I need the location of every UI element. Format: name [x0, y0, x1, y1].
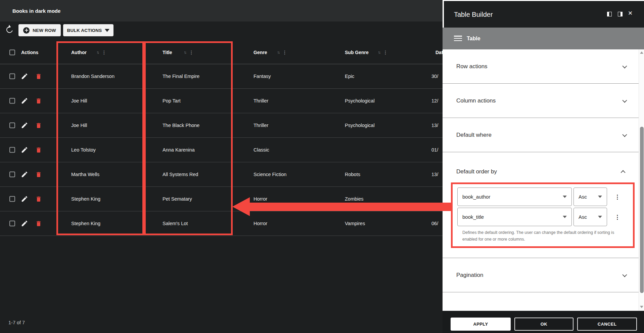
cell-date: 30/ [431, 74, 438, 79]
column-header-author: Author [71, 50, 87, 55]
panel-sections-bottom: Pagination [443, 258, 639, 292]
edit-row-button[interactable] [21, 97, 28, 105]
dock-left-icon[interactable] [607, 12, 612, 16]
kebab-menu-icon[interactable]: ⋮ [383, 50, 388, 55]
order-by-row: book_author Asc ⋮ [457, 188, 629, 206]
cell-sub-genre: Psychological [345, 123, 375, 128]
row-checkbox[interactable] [9, 196, 15, 202]
section-default-order-by[interactable]: Default order by book_author Asc ⋮ book_… [443, 152, 639, 258]
panel-content: Row actions Column actions Default where… [443, 49, 639, 311]
panel-titlebar: Table Builder ✕ [444, 1, 644, 28]
panel-section[interactable]: Column actions [443, 84, 639, 118]
pencil-icon [21, 195, 28, 203]
order-direction-select[interactable]: Asc [573, 188, 607, 206]
kebab-menu-icon[interactable]: ⋮ [189, 50, 194, 55]
panel-tab-label: Table [467, 36, 480, 42]
cell-genre: Classic [254, 147, 269, 153]
cell-genre: Horror [254, 221, 267, 226]
scroll-up-icon[interactable] [640, 51, 643, 54]
pencil-icon [21, 146, 28, 154]
order-field-value: book_title [462, 214, 484, 220]
table-row: Stephen King Pet Sematary Horror Zombies [0, 187, 443, 211]
edit-row-button[interactable] [21, 73, 28, 80]
table-row: Brandon Sanderson The Final Empire Fanta… [0, 64, 443, 89]
cell-genre: Thriller [254, 123, 268, 128]
chevron-down-icon [622, 64, 627, 68]
apply-button[interactable]: APPLY [451, 318, 511, 331]
scroll-down-icon[interactable] [640, 306, 643, 308]
cell-title: The Final Empire [163, 74, 199, 79]
edit-row-button[interactable] [21, 122, 28, 129]
delete-row-button[interactable] [35, 220, 43, 227]
select-all-checkbox[interactable] [9, 49, 15, 55]
ok-button[interactable]: OK [514, 318, 573, 331]
edit-row-button[interactable] [21, 146, 28, 154]
cell-sub-genre: Robots [345, 172, 360, 177]
bulk-actions-button[interactable]: BULK ACTIONS [63, 24, 113, 36]
order-field-select[interactable]: book_author [457, 188, 572, 206]
row-checkbox[interactable] [9, 147, 15, 153]
cell-title: Pet Sematary [163, 196, 192, 202]
delete-row-button[interactable] [35, 73, 43, 80]
kebab-menu-icon[interactable]: ⋮ [614, 193, 620, 200]
new-row-button[interactable]: NEW ROW [18, 24, 61, 36]
row-checkbox[interactable] [9, 74, 15, 79]
trash-icon [35, 97, 42, 105]
cell-author: Stephen King [71, 196, 100, 202]
cancel-button[interactable]: CANCEL [577, 318, 637, 331]
row-checkbox[interactable] [9, 172, 15, 177]
scrollbar-thumb[interactable] [640, 127, 644, 293]
delete-row-button[interactable] [35, 195, 43, 203]
sort-arrows-icon[interactable]: ↑↓ [277, 50, 279, 55]
kebab-menu-icon[interactable]: ⋮ [614, 213, 620, 220]
edit-row-button[interactable] [21, 220, 28, 227]
cell-genre: Horror [254, 196, 267, 202]
panel-section[interactable]: Pagination [443, 258, 639, 292]
column-header-date: Date [435, 50, 443, 55]
row-checkbox[interactable] [9, 98, 15, 104]
panel-section[interactable]: Row actions [443, 49, 639, 84]
cell-author: Brandon Sanderson [71, 74, 114, 79]
chevron-up-icon [621, 170, 626, 175]
sort-arrows-icon[interactable]: ↑↓ [184, 50, 186, 55]
edit-row-button[interactable] [21, 195, 28, 203]
delete-row-button[interactable] [35, 171, 43, 178]
cell-date: 01/ [431, 147, 438, 153]
trash-icon [35, 122, 42, 129]
pagination-status: 1-7 of 7 [8, 320, 25, 325]
edit-row-button[interactable] [21, 171, 28, 178]
order-direction-select[interactable]: Asc [573, 208, 607, 226]
delete-row-button[interactable] [35, 122, 43, 129]
sort-arrows-icon[interactable]: ↑↓ [378, 50, 380, 55]
cell-date: 06/ [431, 221, 438, 226]
panel-section[interactable]: Default where [443, 118, 639, 152]
cell-sub-genre: Epic [345, 74, 354, 79]
cell-author: Stephen King [71, 221, 100, 226]
panel-scrollbar[interactable] [639, 49, 644, 311]
order-by-description: Defines the default ordering. The user c… [462, 230, 624, 243]
cell-date: 12/ [431, 98, 438, 103]
trash-icon [35, 171, 42, 178]
cell-sub-genre: Psychological [345, 98, 375, 103]
cell-date: 13/ [431, 123, 438, 128]
table-row: Stephen King Salem's Lot Horror Vampires… [0, 211, 443, 236]
delete-row-button[interactable] [35, 97, 43, 105]
kebab-menu-icon[interactable]: ⋮ [102, 50, 106, 55]
row-checkbox[interactable] [9, 221, 15, 226]
close-icon[interactable]: ✕ [628, 10, 633, 17]
delete-row-button[interactable] [35, 146, 43, 154]
row-checkbox[interactable] [9, 123, 15, 128]
order-field-select[interactable]: book_title [457, 208, 572, 226]
panel-tab-bar[interactable]: Table [443, 28, 644, 49]
sort-arrows-icon[interactable]: ↑↓ [96, 50, 98, 55]
order-field-value: book_author [462, 194, 490, 200]
dock-right-icon[interactable] [618, 12, 623, 16]
column-header-title: Title [163, 50, 172, 55]
section-label: Default order by [456, 168, 497, 175]
kebab-menu-icon[interactable]: ⋮ [282, 50, 287, 55]
chevron-down-icon [622, 272, 627, 277]
pencil-icon [21, 220, 28, 227]
page-title: Books in dark mode [12, 8, 60, 14]
trash-icon [35, 196, 42, 203]
column-header-actions: Actions [21, 50, 38, 55]
